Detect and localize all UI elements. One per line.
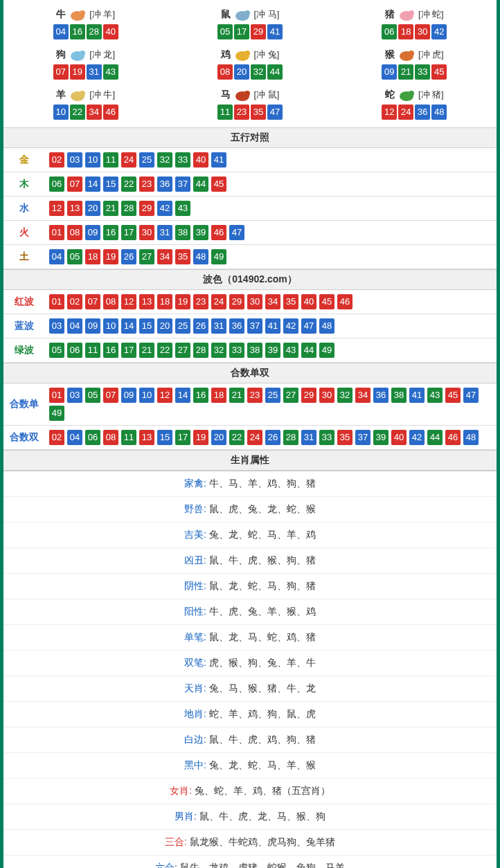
ball-29: 29 [229,294,244,309]
ball-43: 43 [283,343,298,358]
row-value: 0103050709101214161821232527293032343638… [45,383,497,426]
svg-point-1 [80,10,85,16]
ball-29: 29 [251,24,266,39]
ball-31: 31 [87,64,102,80]
ball-33: 33 [229,343,244,358]
ball-27: 27 [283,388,298,403]
attr-label: 六合: [155,862,180,868]
zodiac-name: 蛇 [385,89,395,101]
ball-05: 05 [85,388,100,403]
ball-28: 28 [193,343,208,358]
zodiac-chong: [冲 猪] [418,89,444,101]
ball-07: 07 [103,388,118,403]
attr-row: 天肖: 兔、马、猴、猪、牛、龙 [3,676,497,702]
zodiac-name: 马 [221,89,231,101]
ball-43: 43 [175,201,190,216]
zodiac-chong: [冲 羊] [89,8,115,21]
row-key: 火 [3,221,45,245]
ball-11: 11 [217,105,233,120]
table-row: 金02031011242532334041 [3,148,497,172]
ball-18: 18 [398,24,413,39]
attr-value: 兔、蛇、羊、鸡、猪（五宫肖） [195,785,330,796]
zodiac-name: 狗 [56,48,66,61]
table-row: 水1213202128294243 [3,197,497,221]
table-row: 蓝波03040910141520252631363741424748 [3,314,497,338]
ball-02: 02 [67,294,82,309]
attr-label: 家禽: [184,478,209,489]
bose-header: 波色（014902.com） [3,269,497,290]
attr-row: 单笔: 鼠、龙、马、蛇、鸡、猪 [3,625,497,651]
ball-06: 06 [85,430,100,445]
ball-25: 25 [175,318,190,334]
row-value: 1213202128294243 [45,197,497,221]
zodiac-cell: 鸡[冲 兔]08203244 [168,44,332,84]
attrs-header: 生肖属性 [3,450,497,471]
heshu-table: 合数单0103050709101214161821232527293032343… [3,383,497,450]
zodiac-cell: 马[冲 鼠]11233547 [168,84,332,124]
ball-21: 21 [229,388,244,403]
zodiac-name: 鸡 [221,48,231,61]
ball-45: 45 [445,388,461,403]
attr-label: 野兽: [184,503,209,514]
ball-26: 26 [265,430,280,445]
ball-05: 05 [49,343,64,358]
ball-27: 27 [175,343,190,358]
ball-40: 40 [391,430,407,445]
main-container: 牛[冲 羊]04162840鼠[冲 马]05172941猪[冲 蛇]061830… [0,0,500,868]
ball-35: 35 [251,105,266,120]
ball-27: 27 [139,249,154,264]
zodiac-icon [232,48,253,62]
ball-39: 39 [373,430,389,445]
attr-label: 天肖: [184,682,209,694]
zodiac-chong: [冲 龙] [89,48,115,61]
ball-44: 44 [193,177,208,192]
ball-21: 21 [103,201,118,216]
attr-label: 阴性: [184,580,209,591]
ball-36: 36 [229,318,244,334]
row-key: 蓝波 [3,314,45,338]
ball-48: 48 [193,249,208,264]
table-row: 绿波05061116172122272832333839434449 [3,338,497,363]
ball-37: 37 [175,177,190,192]
attr-list: 家禽: 牛、马、羊、鸡、狗、猪野兽: 鼠、虎、兔、龙、蛇、猴吉美: 兔、龙、蛇、… [3,471,497,868]
ball-01: 01 [49,294,64,309]
row-key: 合数双 [3,426,45,450]
zodiac-chong: [冲 马] [254,8,280,21]
ball-38: 38 [175,225,190,240]
row-value: 0204060811131517192022242628313335373940… [45,426,497,450]
ball-22: 22 [229,430,244,445]
row-key: 绿波 [3,338,45,363]
ball-10: 10 [139,388,154,403]
row-key: 土 [3,245,45,269]
attr-label: 双笔: [184,657,209,668]
svg-point-7 [80,51,85,56]
ball-23: 23 [234,105,249,120]
ball-15: 15 [103,177,118,192]
ball-04: 04 [53,24,69,39]
ball-12: 12 [121,294,136,309]
ball-09: 09 [85,318,100,334]
ball-42: 42 [431,24,447,39]
ball-21: 21 [398,64,413,80]
ball-09: 09 [121,388,136,403]
row-value: 0102070812131819232429303435404546 [45,290,497,314]
attr-value: 虎、猴、狗、兔、羊、牛 [209,657,316,668]
ball-08: 08 [67,225,82,240]
ball-17: 17 [175,430,190,445]
ball-49: 49 [211,249,226,264]
ball-13: 13 [67,201,82,216]
ball-25: 25 [139,152,154,168]
ball-20: 20 [85,201,100,216]
ball-14: 14 [85,177,100,192]
table-row: 合数单0103050709101214161821232527293032343… [3,383,497,426]
ball-02: 02 [49,430,64,445]
attr-row: 野兽: 鼠、虎、兔、龙、蛇、猴 [3,497,497,523]
ball-05: 05 [67,249,82,264]
attr-row: 家禽: 牛、马、羊、鸡、狗、猪 [3,471,497,497]
attr-label: 单笔: [184,631,209,642]
zodiac-cell: 羊[冲 牛]10223446 [3,84,168,124]
ball-32: 32 [251,64,266,80]
table-row: 合数双0204060811131517192022242628313335373… [3,426,497,450]
table-row: 土04051819262734354849 [3,245,497,269]
ball-15: 15 [139,318,154,334]
